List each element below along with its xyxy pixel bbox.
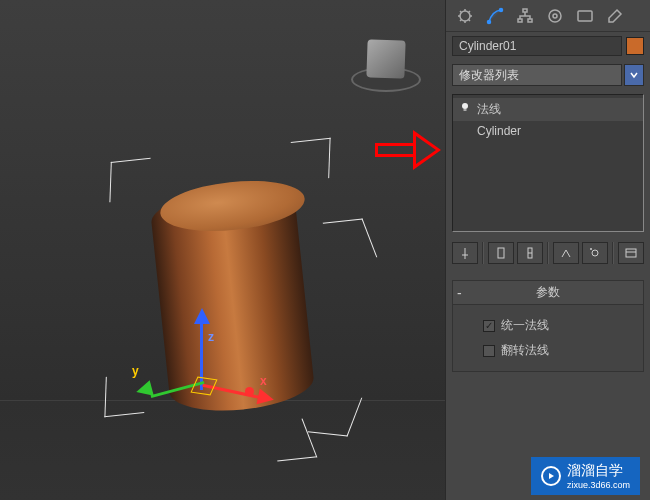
subobject-button[interactable] — [582, 242, 608, 264]
svg-point-2 — [500, 8, 503, 11]
unify-normals-label: 统一法线 — [501, 317, 549, 334]
command-panel: 修改器列表 法线 Cylinder - 参数 — [445, 0, 650, 500]
svg-rect-4 — [518, 19, 522, 22]
svg-point-7 — [553, 14, 557, 18]
watermark-brand: 溜溜自学 — [567, 462, 623, 478]
flip-normals-row[interactable]: 翻转法线 — [463, 338, 633, 363]
rollout-body: 统一法线 翻转法线 — [453, 305, 643, 371]
svg-rect-15 — [626, 249, 636, 257]
modify-tab-icon[interactable] — [484, 5, 506, 27]
stack-item-label: Cylinder — [477, 124, 521, 138]
lightbulb-icon[interactable] — [459, 101, 471, 113]
y-axis-label: y — [132, 364, 139, 378]
stack2-icon — [523, 246, 537, 260]
play-icon — [541, 466, 561, 486]
x-axis-arrow — [257, 389, 276, 408]
hierarchy-tab-icon[interactable] — [514, 5, 536, 27]
make-unique-button[interactable] — [517, 242, 543, 264]
rollout-title: 参数 — [536, 284, 560, 301]
modifier-list-dropdown[interactable]: 修改器列表 — [452, 64, 622, 86]
bbox-corner — [109, 158, 150, 203]
x-axis-label: x — [260, 374, 267, 388]
svg-point-1 — [488, 20, 491, 23]
create-tab-icon[interactable] — [454, 5, 476, 27]
svg-point-9 — [462, 103, 468, 109]
watermark-url: zixue.3d66.com — [567, 480, 630, 490]
svg-point-13 — [592, 250, 598, 256]
svg-point-6 — [549, 10, 561, 22]
stack-icon — [494, 246, 508, 260]
z-axis-label: z — [208, 330, 214, 344]
watermark: 溜溜自学 zixue.3d66.com — [531, 457, 640, 495]
motion-tab-icon[interactable] — [544, 5, 566, 27]
remove-modifier-button[interactable] — [553, 242, 579, 264]
separator — [612, 242, 614, 264]
flip-normals-checkbox[interactable] — [483, 345, 495, 357]
stack-item-normals[interactable]: 法线 — [453, 98, 643, 121]
flip-normals-label: 翻转法线 — [501, 342, 549, 359]
parameters-rollout: - 参数 统一法线 翻转法线 — [452, 280, 644, 372]
config-icon — [624, 246, 638, 260]
stack-item-cylinder[interactable]: Cylinder — [453, 121, 643, 141]
subobj-icon — [588, 246, 602, 260]
separator — [482, 242, 484, 264]
object-name-input[interactable] — [452, 36, 622, 56]
svg-rect-5 — [528, 19, 532, 22]
utilities-tab-icon[interactable] — [604, 5, 626, 27]
svg-point-14 — [590, 248, 592, 250]
display-tab-icon[interactable] — [574, 5, 596, 27]
modifier-stack[interactable]: 法线 Cylinder — [452, 94, 644, 232]
separator — [547, 242, 549, 264]
x-axis-dot — [245, 387, 254, 396]
cylinder-object[interactable] — [130, 160, 330, 420]
rollout-header[interactable]: - 参数 — [453, 281, 643, 305]
viewport[interactable]: z x y — [0, 0, 445, 500]
z-axis-arrow — [194, 308, 210, 324]
bbox-corner — [323, 219, 378, 262]
pin-stack-button[interactable] — [452, 242, 478, 264]
rollout-toggle-icon: - — [457, 285, 462, 301]
modifier-list-label: 修改器列表 — [459, 67, 519, 84]
viewcube[interactable] — [362, 35, 410, 83]
command-panel-tabs — [446, 0, 650, 32]
svg-rect-11 — [498, 248, 504, 258]
modifier-list-expand[interactable] — [624, 64, 644, 86]
svg-rect-10 — [464, 109, 467, 111]
viewcube-cube[interactable] — [366, 39, 405, 78]
show-end-result-button[interactable] — [488, 242, 514, 264]
unify-normals-checkbox[interactable] — [483, 320, 495, 332]
stack-item-label: 法线 — [477, 102, 501, 116]
svg-rect-8 — [578, 11, 592, 21]
object-color-swatch[interactable] — [626, 37, 644, 55]
svg-rect-3 — [523, 9, 527, 12]
object-name-row — [446, 32, 650, 60]
configure-sets-button[interactable] — [618, 242, 644, 264]
stack-toolbar — [446, 236, 650, 270]
show-icon — [559, 246, 573, 260]
chevron-down-icon — [629, 70, 639, 80]
pin-icon — [458, 246, 472, 260]
unify-normals-row[interactable]: 统一法线 — [463, 313, 633, 338]
bbox-corner — [289, 138, 330, 183]
